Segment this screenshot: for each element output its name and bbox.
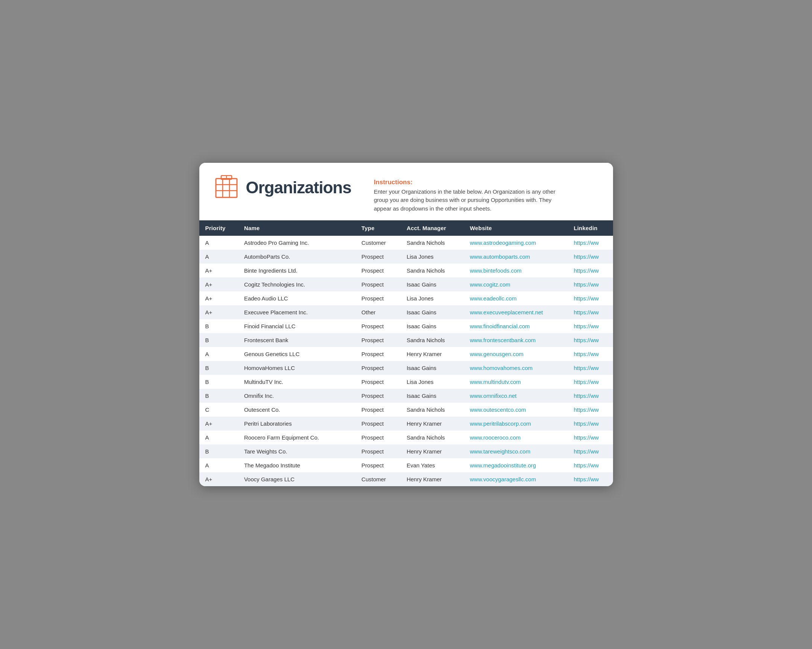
cell-linkedin[interactable]: https://ww <box>568 472 613 486</box>
cell-type: Prospect <box>356 431 401 445</box>
cell-linkedin[interactable]: https://ww <box>568 333 613 347</box>
cell-website[interactable]: www.cogitz.com <box>464 277 568 291</box>
table-row: BHomovaHomes LLCProspectIsaac Gainswww.h… <box>199 361 613 375</box>
cell-priority: A+ <box>199 277 238 291</box>
cell-website[interactable]: www.genousgen.com <box>464 347 568 361</box>
col-website-header: Website <box>464 220 568 236</box>
cell-linkedin[interactable]: https://ww <box>568 389 613 403</box>
cell-linkedin[interactable]: https://ww <box>568 445 613 459</box>
cell-linkedin[interactable]: https://ww <box>568 264 613 277</box>
cell-name: Astrodeo Pro Gaming Inc. <box>238 236 356 250</box>
cell-name: Peritri Laboratories <box>238 417 356 431</box>
cell-website[interactable]: www.peritrilabscorp.com <box>464 417 568 431</box>
cell-linkedin[interactable]: https://ww <box>568 236 613 250</box>
cell-manager: Sandra Nichols <box>401 333 464 347</box>
cell-priority: B <box>199 375 238 389</box>
cell-name: Binte Ingredients Ltd. <box>238 264 356 277</box>
cell-type: Prospect <box>356 319 401 333</box>
cell-name: AutomboParts Co. <box>238 250 356 264</box>
table-row: AAstrodeo Pro Gaming Inc.CustomerSandra … <box>199 236 613 250</box>
header-left: Organizations <box>213 173 351 200</box>
cell-website[interactable]: www.eadeollc.com <box>464 291 568 305</box>
header: Organizations Instructions: Enter your O… <box>199 163 613 221</box>
cell-linkedin[interactable]: https://ww <box>568 403 613 417</box>
cell-website[interactable]: www.execuveeplacement.net <box>464 305 568 319</box>
cell-name: Frontescent Bank <box>238 333 356 347</box>
organizations-table: Priority Name Type Acct. Manager Website… <box>199 220 613 486</box>
cell-priority: A+ <box>199 291 238 305</box>
cell-website[interactable]: www.tareweightsco.com <box>464 445 568 459</box>
col-type-header: Type <box>356 220 401 236</box>
cell-name: Voocy Garages LLC <box>238 472 356 486</box>
cell-priority: B <box>199 319 238 333</box>
cell-website[interactable]: www.outescentco.com <box>464 403 568 417</box>
page-title: Organizations <box>246 178 351 197</box>
cell-priority: B <box>199 333 238 347</box>
cell-type: Prospect <box>356 361 401 375</box>
cell-priority: A <box>199 431 238 445</box>
cell-name: Tare Weights Co. <box>238 445 356 459</box>
cell-name: Genous Genetics LLC <box>238 347 356 361</box>
table-row: A+Cogitz Technologies Inc.ProspectIsaac … <box>199 277 613 291</box>
cell-manager: Lisa Jones <box>401 250 464 264</box>
cell-linkedin[interactable]: https://ww <box>568 277 613 291</box>
table-row: COutescent Co.ProspectSandra Nicholswww.… <box>199 403 613 417</box>
cell-priority: A+ <box>199 264 238 277</box>
table-row: BTare Weights Co.ProspectHenry Kramerwww… <box>199 445 613 459</box>
cell-website[interactable]: www.finoidfinancial.com <box>464 319 568 333</box>
cell-linkedin[interactable]: https://ww <box>568 250 613 264</box>
cell-website[interactable]: www.omnifixco.net <box>464 389 568 403</box>
table-row: A+Execuvee Placement Inc.OtherIsaac Gain… <box>199 305 613 319</box>
instructions-label: Instructions: <box>374 178 569 186</box>
cell-website[interactable]: www.frontescentbank.com <box>464 333 568 347</box>
cell-name: HomovaHomes LLC <box>238 361 356 375</box>
cell-linkedin[interactable]: https://ww <box>568 459 613 472</box>
cell-linkedin[interactable]: https://ww <box>568 305 613 319</box>
cell-linkedin[interactable]: https://ww <box>568 291 613 305</box>
cell-manager: Sandra Nichols <box>401 264 464 277</box>
cell-priority: B <box>199 389 238 403</box>
table-header-row: Priority Name Type Acct. Manager Website… <box>199 220 613 236</box>
cell-manager: Henry Kramer <box>401 417 464 431</box>
cell-website[interactable]: www.astrodeogaming.com <box>464 236 568 250</box>
cell-name: Finoid Financial LLC <box>238 319 356 333</box>
cell-priority: B <box>199 445 238 459</box>
cell-linkedin[interactable]: https://ww <box>568 319 613 333</box>
cell-linkedin[interactable]: https://ww <box>568 347 613 361</box>
cell-priority: A+ <box>199 417 238 431</box>
instructions-block: Instructions: Enter your Organizations i… <box>374 176 569 213</box>
cell-name: Cogitz Technologies Inc. <box>238 277 356 291</box>
cell-website[interactable]: www.automboparts.com <box>464 250 568 264</box>
cell-manager: Lisa Jones <box>401 291 464 305</box>
cell-name: Outescent Co. <box>238 403 356 417</box>
cell-linkedin[interactable]: https://ww <box>568 417 613 431</box>
table-row: A+Voocy Garages LLCCustomerHenry Kramerw… <box>199 472 613 486</box>
cell-linkedin[interactable]: https://ww <box>568 375 613 389</box>
cell-type: Prospect <box>356 291 401 305</box>
cell-website[interactable]: www.multindutv.com <box>464 375 568 389</box>
cell-type: Prospect <box>356 445 401 459</box>
cell-type: Other <box>356 305 401 319</box>
cell-manager: Evan Yates <box>401 459 464 472</box>
cell-linkedin[interactable]: https://ww <box>568 431 613 445</box>
table-row: BFinoid Financial LLCProspectIsaac Gains… <box>199 319 613 333</box>
header-right: Instructions: Enter your Organizations i… <box>362 173 600 213</box>
col-manager-header: Acct. Manager <box>401 220 464 236</box>
cell-website[interactable]: www.bintefoods.com <box>464 264 568 277</box>
table-row: A+Binte Ingredients Ltd.ProspectSandra N… <box>199 264 613 277</box>
cell-website[interactable]: www.megadooinstitute.org <box>464 459 568 472</box>
cell-website[interactable]: www.voocygaragesllc.com <box>464 472 568 486</box>
table-row: AAutomboParts Co.ProspectLisa Joneswww.a… <box>199 250 613 264</box>
cell-type: Customer <box>356 236 401 250</box>
cell-priority: A <box>199 250 238 264</box>
cell-name: Eadeo Audio LLC <box>238 291 356 305</box>
table-row: A+Peritri LaboratoriesProspectHenry Kram… <box>199 417 613 431</box>
cell-manager: Henry Kramer <box>401 347 464 361</box>
cell-manager: Lisa Jones <box>401 375 464 389</box>
cell-linkedin[interactable]: https://ww <box>568 361 613 375</box>
cell-website[interactable]: www.rooceroco.com <box>464 431 568 445</box>
cell-website[interactable]: www.homovahomes.com <box>464 361 568 375</box>
table-row: AThe Megadoo InstituteProspectEvan Yates… <box>199 459 613 472</box>
cell-type: Prospect <box>356 459 401 472</box>
cell-type: Prospect <box>356 250 401 264</box>
